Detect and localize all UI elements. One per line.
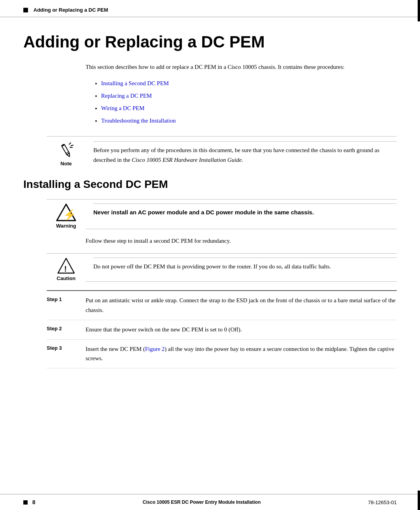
intro-paragraph: This section describes how to add or rep… [86, 62, 397, 72]
svg-text:!: ! [64, 265, 67, 273]
header-right-bar [418, 0, 420, 21]
chapter-title: Adding or Replacing a DC PEM [23, 33, 397, 51]
caution-triangle-icon: ! [57, 258, 75, 274]
step-2-content: Ensure that the power switch on the new … [86, 325, 397, 335]
list-item: Troubleshooting the Installation [101, 116, 397, 125]
follow-paragraph: Follow these step to install a second DC… [86, 236, 397, 245]
step-1-content: Put on an antistatic wrist or ankle stra… [86, 296, 397, 315]
main-content: Adding or Replacing a DC PEM This sectio… [0, 17, 420, 392]
header-breadcrumb: Adding or Replacing a DC PEM [33, 7, 108, 13]
note-icon-area: Note [47, 141, 86, 166]
bullet-list: Installing a Second DC PEM Replacing a D… [101, 79, 397, 125]
note-text-italic: Cisco 10005 ESR Hardware Installation Gu… [132, 157, 242, 163]
wiring-link[interactable]: Wiring a DC PEM [101, 105, 144, 111]
svg-line-4 [69, 143, 71, 144]
svg-line-3 [66, 152, 69, 153]
footer-page-number: 8 [32, 499, 35, 505]
troubleshooting-link[interactable]: Troubleshooting the Installation [101, 117, 176, 124]
step-2-label: Step 2 [47, 325, 86, 331]
footer-square-icon [23, 500, 28, 505]
svg-text:⚡: ⚡ [63, 209, 76, 221]
svg-line-5 [71, 145, 73, 146]
warning-section: ⚡ Warning Never install an AC power modu… [47, 199, 397, 229]
note-label: Note [61, 161, 72, 166]
page: Adding or Replacing a DC PEM Adding or R… [0, 0, 420, 510]
step-1-row: Step 1 Put on an antistatic wrist or ank… [47, 291, 397, 320]
step-1-label: Step 1 [47, 296, 86, 302]
warning-triangle-icon: ⚡ [56, 203, 76, 221]
warning-label: Warning [56, 223, 76, 229]
caution-icon-area: ! Caution [47, 258, 86, 281]
footer-doc-number: 78-12653-01 [368, 499, 397, 505]
caution-section: ! Caution Do not power off the DC PEM th… [47, 253, 397, 281]
replacing-link[interactable]: Replacing a DC PEM [101, 93, 152, 99]
steps-area: Step 1 Put on an antistatic wrist or ank… [47, 290, 397, 368]
caution-label: Caution [57, 275, 75, 281]
step-3-row: Step 3 Insert the new DC PEM (Figure 2) … [47, 340, 397, 369]
step-2-row: Step 2 Ensure that the power switch on t… [47, 320, 397, 340]
page-footer: 8 Cisco 10005 ESR DC Power Entry Module … [0, 494, 420, 510]
list-item: Wiring a DC PEM [101, 103, 397, 113]
step-3-text-before: Insert the new DC PEM ( [86, 346, 145, 352]
note-text-after: . [242, 157, 243, 163]
installing-link[interactable]: Installing a Second DC PEM [101, 80, 169, 86]
footer-center-text: Cisco 10005 ESR DC Power Entry Module In… [35, 499, 368, 505]
note-text: Before you perform any of the procedures… [93, 141, 397, 165]
section-title: Installing a Second DC PEM [23, 178, 397, 191]
warning-icon-area: ⚡ Warning [47, 203, 86, 229]
note-section: Note Before you perform any of the proce… [47, 136, 397, 166]
step-3-label: Step 3 [47, 344, 86, 351]
warning-text: Never install an AC power module and a D… [93, 203, 397, 217]
step-3-content: Insert the new DC PEM (Figure 2) all the… [86, 344, 397, 364]
svg-marker-1 [67, 153, 71, 158]
list-item: Installing a Second DC PEM [101, 79, 397, 88]
step-3-figure-link[interactable]: Figure 2 [145, 346, 164, 352]
list-item: Replacing a DC PEM [101, 91, 397, 100]
footer-right-bar [418, 491, 420, 510]
page-header: Adding or Replacing a DC PEM [0, 0, 420, 17]
note-pencil-icon [58, 142, 75, 159]
caution-text: Do not power off the DC PEM that is prov… [93, 258, 397, 272]
footer-page-number-area: 8 [23, 499, 35, 505]
header-square-icon [23, 8, 28, 12]
